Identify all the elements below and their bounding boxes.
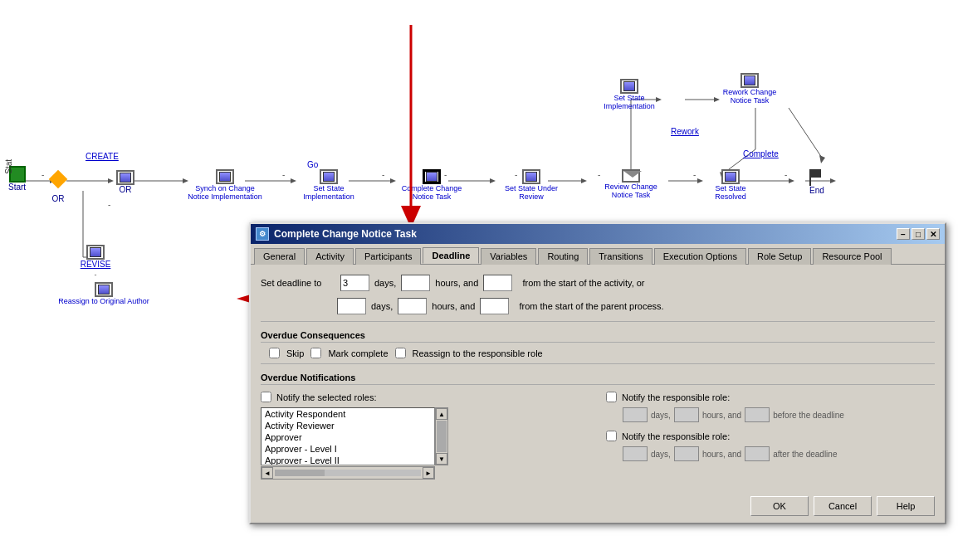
complete-label: Complete — [743, 149, 779, 158]
ok-button[interactable]: OK — [750, 496, 809, 516]
h-scroll-track — [275, 470, 421, 476]
rework-task[interactable]: Rework Change Notice Task — [712, 73, 787, 105]
svg-marker-3 — [108, 178, 114, 183]
end-element[interactable]: End — [809, 169, 824, 195]
or-diamond[interactable]: OR — [51, 173, 65, 203]
hours-label-1: hours, and — [435, 278, 478, 288]
svg-marker-9 — [390, 178, 396, 183]
tab-deadline[interactable]: Deadline — [423, 247, 479, 264]
notify-responsible-checkbox-2[interactable] — [606, 431, 617, 441]
svg-line-37 — [789, 108, 822, 158]
review-task[interactable]: Review Change Notice Task — [598, 169, 664, 199]
synch-task[interactable]: Synch on Change Notice Implementation — [188, 169, 262, 201]
dialog-content: Set deadline to days, hours, and from th… — [251, 264, 945, 489]
notif-right: Notify the responsible role: days, hours… — [606, 392, 935, 480]
minutes-input-2[interactable] — [480, 298, 509, 314]
role-item-4[interactable]: Approver - Level II — [261, 455, 434, 465]
after-minutes-input[interactable] — [745, 446, 770, 461]
setstate-impl-task[interactable]: Set State Implementation — [296, 169, 362, 201]
tab-variables[interactable]: Variables — [481, 248, 536, 265]
after-hours-label: hours, and — [702, 450, 741, 459]
dialog-titlebar: ⚙ Complete Change Notice Task − □ ✕ — [251, 224, 945, 244]
notify-selected-checkbox[interactable] — [261, 392, 271, 402]
tab-routing[interactable]: Routing — [538, 248, 588, 265]
h-scroll-right-button[interactable]: ► — [423, 467, 434, 479]
rework-label: Rework — [671, 127, 699, 136]
tab-role-setup[interactable]: Role Setup — [748, 248, 811, 265]
task-or[interactable]: OR — [116, 170, 134, 194]
dialog-title: Complete Change Notice Task — [274, 228, 417, 240]
skip-checkbox[interactable] — [269, 348, 280, 358]
notify-responsible-row-2: Notify the responsible role: — [606, 431, 935, 441]
mark-complete-checkbox[interactable] — [310, 348, 321, 358]
after-days-label: days, — [651, 450, 671, 459]
hours-input-2[interactable] — [398, 298, 427, 314]
after-hours-input[interactable] — [674, 446, 699, 461]
days-input-1[interactable] — [340, 275, 369, 291]
setstate-impl-upper[interactable]: Set State Implementation — [596, 79, 662, 110]
scroll-down-button[interactable]: ▼ — [436, 453, 447, 465]
create-link[interactable]: CREATE — [86, 152, 119, 161]
mark-complete-label: Mark complete — [328, 348, 388, 358]
svg-text:-: - — [108, 200, 110, 209]
help-button[interactable]: Help — [877, 496, 935, 516]
horizontal-scrollbar[interactable]: ◄ ► — [261, 466, 435, 480]
setstate-review-task[interactable]: Set State Under Review — [498, 169, 565, 201]
tab-resource-pool[interactable]: Resource Pool — [813, 248, 891, 265]
role-item-2[interactable]: Approver — [261, 431, 434, 443]
svg-marker-19 — [830, 178, 836, 183]
days-label-1: days, — [374, 278, 396, 288]
tab-transitions[interactable]: Transitions — [589, 248, 652, 265]
role-item-1[interactable]: Activity Reviewer — [261, 420, 434, 431]
reassign-checkbox[interactable] — [395, 348, 406, 358]
role-item-3[interactable]: Approver - Level I — [261, 443, 434, 455]
close-button[interactable]: ✕ — [926, 228, 940, 240]
h-scroll-left-button[interactable]: ◄ — [261, 467, 273, 479]
complete-task[interactable]: Complete Change Notice Task — [398, 169, 465, 201]
cancel-button[interactable]: Cancel — [814, 496, 872, 516]
before-hours-input[interactable] — [674, 407, 699, 422]
revise-link[interactable]: REVISE - — [71, 245, 120, 279]
before-days-input[interactable] — [623, 407, 648, 422]
svg-text:-: - — [282, 170, 285, 179]
roles-listbox[interactable]: Activity Respondent Activity Reviewer Ap… — [261, 407, 435, 465]
tab-participants[interactable]: Participants — [355, 248, 421, 265]
scroll-up-button[interactable]: ▲ — [436, 408, 447, 420]
tab-activity[interactable]: Activity — [306, 248, 354, 265]
tab-execution-options[interactable]: Execution Options — [654, 248, 746, 265]
dialog-footer: OK Cancel Help — [251, 489, 945, 523]
titlebar-controls[interactable]: − □ ✕ — [897, 228, 940, 240]
minimize-button[interactable]: − — [897, 228, 910, 240]
setstate-resolved-task[interactable]: Set State Resolved — [701, 169, 760, 201]
svg-text:-: - — [42, 170, 44, 179]
svg-text:-: - — [693, 170, 696, 179]
before-days-label: days, — [651, 411, 671, 420]
minutes-input-1[interactable] — [483, 275, 512, 291]
maximize-button[interactable]: □ — [912, 228, 925, 240]
notify-responsible-row-1: Notify the responsible role: — [606, 392, 935, 402]
minutes-label-2: from the start of the parent process. — [514, 301, 663, 311]
role-item-0[interactable]: Activity Respondent — [261, 408, 434, 420]
reassign-label: Reassign to the responsible role — [413, 348, 543, 358]
before-hours-label: hours, and — [702, 411, 741, 420]
overdue-consequences-row: Skip Mark complete Reassign to the respo… — [261, 348, 935, 358]
tab-general[interactable]: General — [254, 248, 305, 265]
deadline-row-2: days, hours, and from the start of the p… — [261, 298, 935, 314]
reassign-task[interactable]: Reassign to Original Author — [42, 282, 166, 305]
hours-input-1[interactable] — [401, 275, 430, 291]
listbox-scrollbar[interactable]: ▲ ▼ — [435, 407, 448, 465]
notifications-section: Notify the selected roles: Activity Resp… — [261, 392, 935, 480]
roles-listbox-container: Activity Respondent Activity Reviewer Ap… — [261, 407, 589, 465]
overdue-consequences-title: Overdue Consequences — [261, 330, 935, 343]
notif-left: Notify the selected roles: Activity Resp… — [261, 392, 589, 480]
svg-text:-: - — [784, 170, 787, 179]
dialog-icon: ⚙ — [256, 227, 269, 241]
days-input-2[interactable] — [337, 298, 366, 314]
svg-marker-11 — [490, 178, 496, 183]
before-minutes-input[interactable] — [745, 407, 770, 422]
overdue-notifications-title: Overdue Notifications — [261, 373, 935, 385]
after-days-input[interactable] — [623, 446, 648, 461]
minutes-label-1: from the start of the activity, or — [517, 278, 644, 288]
before-deadline-inputs: days, hours, and before the deadline — [606, 407, 935, 422]
notify-responsible-checkbox-1[interactable] — [606, 392, 617, 402]
